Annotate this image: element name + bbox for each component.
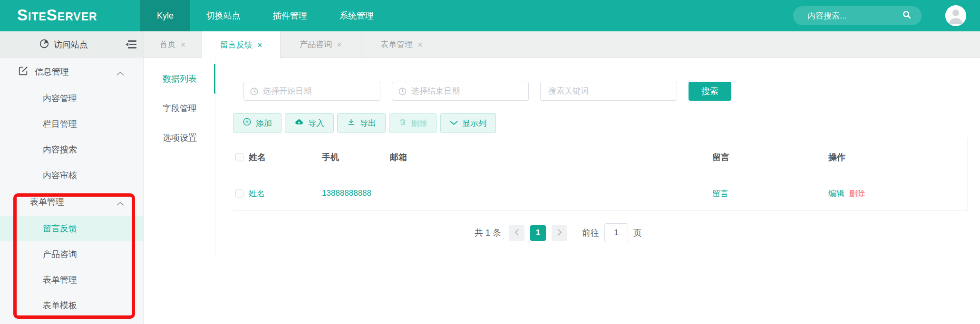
top-bar: SiteServer Kyle 切换站点 插件管理 系统管理 内容搜索... [0, 0, 980, 31]
row-checkbox[interactable] [235, 190, 243, 198]
keyword-field-wrap [540, 82, 677, 101]
data-table: 姓名 手机 邮箱 留言 操作 姓名 13888888888 留言 编辑删除 [233, 138, 968, 211]
sidebar-item-form-management[interactable]: 表单管理 [0, 267, 143, 293]
row-name-link[interactable]: 姓名 [249, 189, 265, 198]
current-page-button[interactable]: 1 [530, 225, 546, 241]
start-date-field-wrap [243, 82, 380, 101]
chevron-down-icon [450, 118, 458, 128]
toolbar: 添加 导入 导出 删除 显示列 [233, 113, 496, 133]
row-phone-value: 13888888888 [322, 189, 371, 198]
subnav-label: 选项设置 [163, 133, 197, 143]
sidebar-item-message-feedback[interactable]: 留言反馈 [0, 216, 143, 241]
subnav-item-data-list[interactable]: 数据列表 [144, 64, 215, 94]
chevron-up-icon[interactable] [116, 199, 124, 209]
download-icon [347, 117, 356, 129]
tab-home[interactable]: 首页× [144, 31, 202, 58]
goto-label: 前往 [582, 227, 599, 238]
sidebar-item-column-management[interactable]: 栏目管理 [0, 111, 143, 137]
sidebar-item-product-inquiry[interactable]: 产品咨询 [0, 241, 143, 267]
close-icon[interactable]: × [337, 31, 342, 58]
sidebar-item-content-search[interactable]: 内容搜索 [0, 137, 143, 162]
topnav-item-kyle[interactable]: Kyle [140, 0, 190, 31]
end-date-field-wrap [392, 82, 529, 101]
clock-icon [398, 87, 407, 98]
edit-square-icon [18, 66, 29, 78]
button-label: 导入 [308, 118, 324, 129]
sidebar-header: 访问站点 [0, 31, 143, 58]
delete-button[interactable]: 删除 [389, 113, 437, 133]
close-icon[interactable]: × [181, 31, 186, 58]
start-date-input[interactable] [244, 82, 380, 100]
filter-row: 搜索 [243, 82, 731, 101]
page-unit-label: 页 [633, 227, 642, 238]
siteserver-admin-screen: SiteServer Kyle 切换站点 插件管理 系统管理 内容搜索... [0, 0, 980, 324]
content-search-placeholder: 内容搜索... [807, 10, 902, 21]
sidebar-item-content-review[interactable]: 内容审核 [0, 162, 143, 188]
column-header-phone: 手机 [322, 152, 339, 163]
end-date-input[interactable] [392, 82, 528, 100]
search-icon[interactable] [902, 10, 912, 22]
sidebar-group-label: 表单管理 [30, 196, 64, 208]
subnav-label: 数据列表 [163, 74, 197, 84]
siteserver-logo[interactable]: SiteServer [17, 0, 97, 31]
chevron-right-icon [557, 228, 562, 238]
sidebar-item-form-template[interactable]: 表单模板 [0, 293, 143, 318]
total-count-label: 共 1 条 [475, 227, 501, 238]
subnav-label: 字段管理 [163, 104, 197, 113]
import-button[interactable]: 导入 [285, 113, 334, 133]
show-columns-button[interactable]: 显示列 [440, 113, 496, 133]
tab-product-inquiry[interactable]: 产品咨询× [281, 31, 361, 58]
select-all-checkbox[interactable] [235, 153, 243, 161]
visit-site-link[interactable]: 访问站点 [54, 39, 88, 50]
globe-icon [39, 38, 49, 51]
prev-page-button[interactable] [509, 225, 524, 241]
clock-icon [250, 87, 259, 98]
next-page-button[interactable] [552, 225, 567, 241]
page-number-input[interactable] [604, 223, 628, 242]
search-button[interactable]: 搜索 [689, 82, 731, 101]
sidebar-group-form-management[interactable]: 表单管理 [0, 188, 143, 216]
export-button[interactable]: 导出 [337, 113, 386, 133]
tab-form-management[interactable]: 表单管理× [361, 31, 442, 58]
trash-icon [398, 117, 407, 129]
tab-label: 留言反馈 [220, 32, 252, 58]
main-content: 搜索 添加 导入 导出 删除 显示列 [215, 58, 980, 324]
subnav-item-option-settings[interactable]: 选项设置 [144, 123, 215, 152]
button-label: 删除 [411, 118, 427, 129]
content-search-box[interactable]: 内容搜索... [793, 6, 922, 25]
sidebar-group-info-management[interactable]: 信息管理 [0, 58, 143, 86]
user-avatar[interactable] [945, 5, 966, 26]
tab-label: 产品咨询 [300, 31, 332, 58]
row-message-link[interactable]: 留言 [712, 189, 728, 198]
cloud-upload-icon [294, 117, 304, 129]
column-header-actions: 操作 [828, 152, 845, 163]
pagination: 共 1 条 1 前往 页 [475, 222, 642, 244]
top-nav: Kyle 切换站点 插件管理 系统管理 [140, 0, 390, 31]
chevron-up-icon[interactable] [116, 68, 124, 78]
tab-label: 表单管理 [380, 31, 413, 58]
column-header-name: 姓名 [249, 152, 266, 163]
keyword-input[interactable] [541, 82, 677, 100]
tab-label: 首页 [160, 31, 176, 58]
button-label: 添加 [256, 118, 272, 129]
edit-link[interactable]: 编辑 [828, 189, 844, 198]
column-header-email: 邮箱 [390, 152, 407, 163]
button-label: 显示列 [462, 118, 486, 129]
plus-circle-icon [243, 117, 252, 129]
delete-link[interactable]: 删除 [849, 189, 865, 198]
tab-message-feedback[interactable]: 留言反馈× [202, 31, 281, 58]
topnav-item-system[interactable]: 系统管理 [323, 0, 390, 31]
button-label: 导出 [360, 118, 376, 129]
chevron-left-icon [514, 228, 519, 238]
topnav-item-plugins[interactable]: 插件管理 [257, 0, 323, 31]
tab-bar: 首页× 留言反馈× 产品咨询× 表单管理× [144, 31, 980, 58]
subnav-item-field-management[interactable]: 字段管理 [144, 94, 215, 123]
collapse-sidebar-icon[interactable] [125, 39, 137, 52]
table-row: 姓名 13888888888 留言 编辑删除 [233, 176, 967, 211]
table-header-row: 姓名 手机 邮箱 留言 操作 [233, 138, 967, 176]
close-icon[interactable]: × [417, 31, 423, 58]
sidebar-item-content-management[interactable]: 内容管理 [0, 86, 143, 111]
topnav-item-switch-site[interactable]: 切换站点 [190, 0, 257, 31]
add-button[interactable]: 添加 [233, 113, 281, 133]
close-icon[interactable]: × [257, 32, 262, 58]
